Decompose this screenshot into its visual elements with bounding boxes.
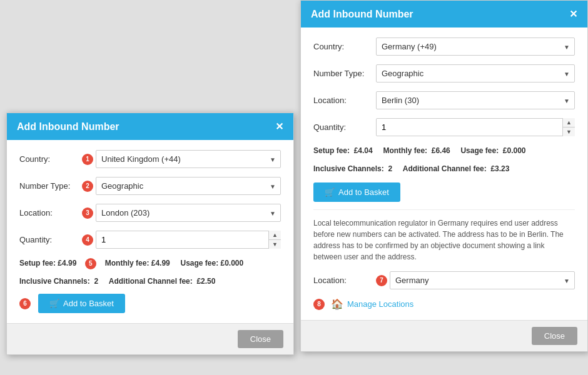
number-type-select-wrapper: Geographic ▼: [96, 177, 281, 195]
d2-monthly-fee-value: £6.46: [432, 146, 450, 155]
number-type-row: Number Type: 2 Geographic ▼: [19, 177, 281, 195]
quantity-label: Quantity:: [19, 235, 82, 244]
dialog-left-footer: Close: [7, 323, 293, 354]
number-type-badge: 2: [82, 181, 93, 192]
number-type-label: Number Type:: [19, 181, 82, 191]
quantity-row: Quantity: 4 ▲ ▼: [19, 231, 281, 249]
additional-channel-value: £2.50: [196, 277, 215, 286]
setup-fee-value: £4.99: [58, 259, 76, 268]
d2-country-select[interactable]: Germany (+49): [376, 38, 575, 56]
d2-location2-badge: 7: [376, 275, 387, 286]
d2-location-row: Location: Berlin (30) ▼: [313, 91, 575, 109]
country-row: Country: 1 United Kingdom (+44) ▼: [19, 150, 281, 168]
d2-inclusive-channels-value: 2: [388, 164, 392, 173]
d2-number-type-row: Number Type: Geographic ▼: [313, 64, 575, 82]
quantity-spin-buttons: ▲ ▼: [268, 231, 281, 249]
dialog-left-title: Add Inbound Number: [17, 121, 119, 132]
fees-row: Setup fee: £4.99 5 Monthly fee: £4.99 Us…: [19, 258, 281, 269]
d2-location2-label: Location:: [313, 276, 376, 285]
add-to-basket-label: Add to Basket: [63, 299, 114, 308]
quantity-decrement-button[interactable]: ▼: [269, 240, 281, 249]
d2-location2-row: Location: 7 Germany ▼: [313, 271, 575, 289]
d2-location-select-wrapper: Berlin (30) ▼: [376, 91, 575, 109]
location-label: Location:: [19, 208, 82, 218]
dialog-left: Add Inbound Number ✕ Country: 1 United K…: [6, 112, 294, 355]
manage-locations-badge: 8: [313, 299, 325, 310]
dialog-left-header: Add Inbound Number ✕: [7, 113, 293, 140]
d2-usage-fee-value: £0.000: [503, 146, 526, 155]
inclusive-channels-label: Inclusive Channels:: [19, 277, 90, 286]
d2-country-label: Country:: [313, 42, 376, 51]
number-type-select[interactable]: Geographic: [96, 177, 281, 195]
d2-country-row: Country: Germany (+49) ▼: [313, 38, 575, 56]
country-badge: 1: [82, 154, 93, 165]
channels-row: Inclusive Channels: 2 Additional Channel…: [19, 276, 281, 288]
dialog-right: Add Inbound Number ✕ Country: Germany (+…: [300, 0, 588, 352]
d2-quantity-spin-buttons: ▲ ▼: [562, 118, 575, 136]
setup-fee-label: Setup fee:: [19, 259, 56, 268]
d2-info-text: Local telecommunication regulator in Ger…: [313, 209, 575, 262]
d2-location-select[interactable]: Berlin (30): [376, 91, 575, 109]
d2-additional-channel-label: Additional Channel fee:: [403, 164, 487, 173]
d2-basket-icon: 🛒: [325, 188, 335, 197]
monthly-fee-label: Monthly fee:: [105, 259, 150, 268]
dialog-right-body: Country: Germany (+49) ▼ Number Type: Ge…: [301, 28, 587, 320]
d2-setup-fee-label: Setup fee:: [313, 146, 350, 155]
quantity-input[interactable]: [96, 231, 281, 249]
additional-channel-label: Additional Channel fee:: [109, 277, 193, 286]
location-select-wrapper: London (203) ▼: [96, 204, 281, 222]
location-badge: 3: [82, 208, 93, 219]
d2-quantity-decrement-button[interactable]: ▼: [563, 128, 575, 136]
dialog-right-close-button[interactable]: ✕: [569, 8, 577, 20]
dialog-right-footer: Close: [301, 320, 587, 351]
d2-additional-channel-value: £3.23: [490, 164, 509, 173]
quantity-badge: 4: [82, 234, 93, 246]
basket-badge: 6: [19, 298, 31, 309]
add-to-basket-button[interactable]: 🛒 Add to Basket: [38, 294, 125, 313]
d2-quantity-increment-button[interactable]: ▲: [563, 118, 575, 128]
dialog-right-title: Add Inbound Number: [311, 9, 413, 20]
country-select-wrapper: United Kingdom (+44) ▼: [96, 150, 281, 168]
inclusive-channels-value: 2: [94, 277, 98, 286]
home-icon: 🏠: [331, 298, 343, 310]
usage-fee-value: £0.000: [221, 259, 244, 268]
usage-fee-label: Usage fee:: [180, 259, 218, 268]
dialog-left-body: Country: 1 United Kingdom (+44) ▼ Number…: [7, 140, 293, 323]
d2-location-label: Location:: [313, 96, 376, 105]
d2-quantity-input[interactable]: [376, 118, 575, 136]
d2-location2-select-wrapper: Germany ▼: [390, 271, 575, 289]
d2-inclusive-channels-label: Inclusive Channels:: [313, 164, 384, 173]
quantity-spin-wrapper: ▲ ▼: [96, 231, 281, 249]
basket-icon: 🛒: [49, 299, 59, 308]
d2-quantity-spin-wrapper: ▲ ▼: [376, 118, 575, 136]
d2-usage-fee-label: Usage fee:: [460, 146, 499, 155]
d2-add-to-basket-button[interactable]: 🛒 Add to Basket: [313, 182, 400, 202]
d2-number-type-label: Number Type:: [313, 69, 376, 78]
d2-setup-fee-value: £4.04: [354, 146, 373, 155]
country-label: Country:: [19, 154, 82, 164]
dialog-right-close-footer-button[interactable]: Close: [532, 327, 577, 345]
dialog-left-close-footer-button[interactable]: Close: [238, 330, 283, 348]
manage-locations-row: 8 🏠 Manage Locations: [313, 298, 575, 310]
d2-country-select-wrapper: Germany (+49) ▼: [376, 38, 575, 56]
d2-add-to-basket-label: Add to Basket: [338, 188, 389, 197]
d2-number-type-select-wrapper: Geographic ▼: [376, 64, 575, 82]
fees-badge: 5: [85, 258, 96, 269]
d2-quantity-row: Quantity: ▲ ▼: [313, 118, 575, 136]
dialog-right-header: Add Inbound Number ✕: [301, 1, 587, 28]
monthly-fee-value: £4.99: [151, 259, 170, 268]
location-row: Location: 3 London (203) ▼: [19, 204, 281, 222]
d2-location2-select[interactable]: Germany: [390, 271, 575, 289]
dialog-left-close-button[interactable]: ✕: [275, 121, 283, 132]
manage-locations-link[interactable]: Manage Locations: [347, 299, 413, 309]
d2-quantity-label: Quantity:: [313, 122, 376, 132]
location-select[interactable]: London (203): [96, 204, 281, 222]
d2-number-type-select[interactable]: Geographic: [376, 64, 575, 82]
quantity-increment-button[interactable]: ▲: [269, 231, 281, 240]
d2-monthly-fee-label: Monthly fee:: [383, 146, 427, 155]
d2-channels-row: Inclusive Channels: 2 Additional Channel…: [313, 163, 575, 175]
country-select[interactable]: United Kingdom (+44): [96, 150, 281, 168]
d2-fees-row: Setup fee: £4.04 Monthly fee: £6.46 Usag…: [313, 145, 575, 157]
